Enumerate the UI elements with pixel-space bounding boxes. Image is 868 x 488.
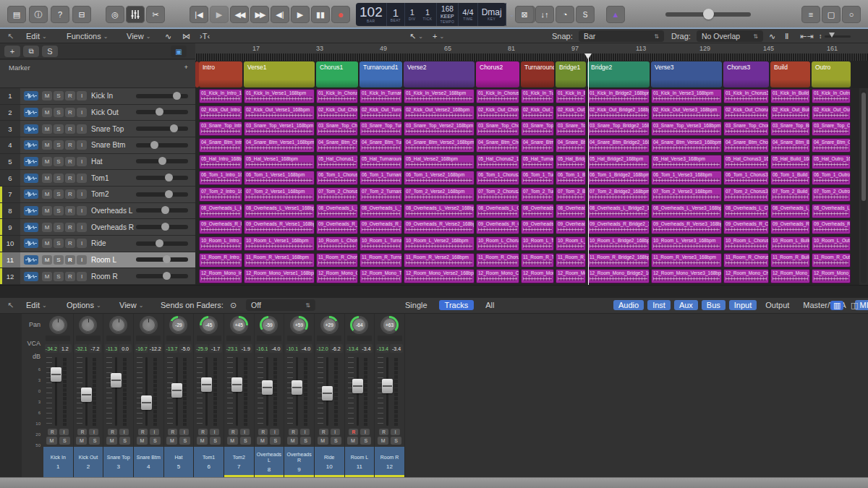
mute-button[interactable]: M [42,206,52,215]
audio-region[interactable]: 12_Room_Mono_Intro_168bpm [199,269,242,283]
volume-fader[interactable] [262,380,273,395]
audio-region[interactable]: 01_Kick_In_Outro_168bpm [812,89,851,103]
audio-region[interactable]: 04_Snare_Btm_Verse2_168bpm [404,138,475,153]
solo-button[interactable]: S [150,437,161,445]
audio-region[interactable]: 10_Room_L_Bridge1_168bpm [556,236,586,251]
no-input-monitoring-icon[interactable]: ⊠ [515,6,534,23]
audio-region[interactable]: 12_Room_Mono_Verse1_168bpm [244,269,315,283]
track-volume-slider[interactable] [136,257,188,262]
flatten-stack-button[interactable]: S [42,46,58,57]
volume-fader[interactable] [322,386,333,401]
fader-db-value[interactable]: -7.2 [88,344,101,353]
audio-region[interactable]: 07_Tom_2_Intro_168bpm [199,187,242,202]
audio-region[interactable]: 05_Hat_Intro_168bpm [199,155,242,169]
mixer-toggle-icon[interactable] [126,6,145,23]
track-volume-slider[interactable] [136,241,188,246]
mixer-filter-input[interactable]: Input [729,300,757,310]
arrangement-marker[interactable]: Verse2 [404,61,475,87]
audio-region[interactable]: 07_Tom_2_Verse1_168bpm [244,187,315,202]
record-enable-button[interactable]: R [65,239,75,248]
mixer-menu-view[interactable]: View⌄ [119,298,143,312]
fader-db-value[interactable]: -4.0 [299,344,312,353]
record-enable-button[interactable]: R [138,429,148,435]
audio-region[interactable]: 08_Overheads_L_Chorus2_168bpm [476,204,519,218]
mixer-menu-options[interactable]: Options⌄ [67,298,101,312]
mute-button[interactable]: M [42,157,52,166]
input-monitor-button[interactable]: I [240,429,250,435]
record-enable-button[interactable]: R [198,429,208,435]
audio-region[interactable]: 06_Tom_1_Chorus2_168bpm [476,171,519,185]
input-monitor-button[interactable]: I [210,429,219,435]
track-volume-slider[interactable] [136,176,188,180]
audio-region[interactable]: 06_Tom_1_Build_168bpm [770,171,810,185]
audio-region[interactable]: 06_Tom_1_Chorus1_168bpm [316,171,358,185]
audio-region[interactable]: 05_Hat_Verse3_168bpm [651,155,722,169]
input-monitor-button[interactable]: I [77,189,87,199]
audio-region[interactable]: 09_Overheads_R_Turnaround1_168bpm [359,220,402,234]
audio-region[interactable]: 01_Kick_In_Build_168bpm [770,89,810,103]
input-monitor-button[interactable]: I [59,429,69,435]
audio-region[interactable]: 10_Room_L_Verse2_168bpm [404,236,475,251]
audio-region[interactable]: 11_Room_R_Verse2_168bpm [404,253,475,267]
audio-region[interactable]: 08_Overheads_L_Chorus3_168bpm [723,204,769,218]
audio-region[interactable]: 01_Kick_In_Chorus2_168bpm [476,89,519,103]
track-volume-thumb[interactable] [161,223,169,231]
wide-strips-icon[interactable]: ◫ [851,298,858,312]
mute-button[interactable]: M [42,124,52,134]
channel-strip[interactable]: -29-13.7-5.0RIMSHat5 [164,314,195,477]
audio-region[interactable]: 02_Kick_Out_Verse3_168bpm [651,106,722,120]
channel-name-plate[interactable]: Room R12 [375,447,404,477]
menu-edit[interactable]: Edit⌄ [26,29,47,43]
playhead[interactable] [588,53,589,285]
pan-knob[interactable] [79,316,97,334]
channel-name-plate[interactable]: Overheads R9 [284,447,314,477]
audio-region[interactable]: 06_Tom_1_Verse1_168bpm [244,171,315,185]
mute-button[interactable]: M [166,437,177,445]
channel-strip[interactable]: -11.30.0RIMSSnare Top3 [103,314,134,477]
vertical-zoom-slider[interactable]: ↕ [819,29,851,43]
solo-button[interactable]: S [210,437,221,445]
audio-region[interactable]: 09_Overheads_R_Bridge1_168bpm [556,220,586,234]
audio-region[interactable]: 01_Kick_In_Turnaround_168bpm [521,89,554,103]
audio-region[interactable]: 03_Snare_Top_Bridge1_168bpm [556,121,586,136]
audio-region[interactable]: 03_Snare_Top_Turnaround_168bpm [521,121,554,136]
lcd-display[interactable]: 102 BAR 1 BEAT 1 DIV 1 TICK 168 KEEP TEM… [356,3,506,26]
track-volume-thumb[interactable] [165,190,173,198]
audio-region[interactable]: 10_Room_L_Chorus1_168bpm [316,236,358,251]
audio-region[interactable]: 07_Tom_2_Verse2_168bpm [404,187,475,202]
mute-button[interactable]: M [76,437,87,445]
track-volume-thumb[interactable] [158,157,166,165]
audio-region[interactable]: 05_Hat_Verse2_168bpm [404,155,475,169]
track-header-row[interactable]: 9MSRIOverheads R [0,219,195,236]
solo-button[interactable]: S [54,108,64,117]
audio-region[interactable]: 02_Kick_Out_Verse1_168bpm [244,106,315,120]
audio-region[interactable]: 05_Hat_Outro_168bpm [812,155,851,169]
audio-region[interactable]: 05_Hat_Turnaround_168bpm [521,155,554,169]
record-enable-button[interactable]: R [379,429,388,435]
audio-region[interactable]: 01_Kick_In_Verse1_168bpm [244,89,315,103]
project-chooser-icon[interactable]: ▤ [7,6,26,23]
solo-button[interactable]: S [54,124,64,134]
channel-strip[interactable]: +63-13.4-3.4RIMSRoom R12 [375,314,405,477]
arrangement-marker[interactable]: Chorus2 [476,61,519,87]
audio-region[interactable]: 05_Hat_Bridge2_168bpm [587,155,650,169]
track-header-row[interactable]: 4MSRISnare Btm [0,137,195,154]
audio-region[interactable]: 07_Tom_2_Outro_168bpm [812,187,851,202]
mixer-filter-output[interactable]: Output [760,300,794,310]
audio-region[interactable]: 03_Snare_Top_Intro_168bpm [199,121,242,136]
audio-region[interactable]: 10_Room_L_Outro_168bpm [812,236,851,251]
input-monitor-button[interactable]: I [300,429,310,435]
fader-db-value[interactable]: 0.0 [119,344,132,353]
audio-region[interactable]: 12_Room_Mono_Build_168bpm [770,269,810,283]
record-enable-button[interactable]: R [65,255,75,265]
fader-db-value[interactable]: -12.2 [149,344,162,353]
audio-region[interactable]: 01_Kick_In_Chorus3_168bpm [723,89,769,103]
play-button[interactable]: ▶ [291,6,310,23]
channel-name-plate[interactable]: Snare Btm4 [134,447,163,477]
track-volume-thumb[interactable] [163,255,171,263]
fader-db-value[interactable]: -6.2 [330,344,343,353]
audio-region[interactable]: 12_Room_Mono_Turnaround_168bpm [521,269,554,283]
vca-slot[interactable] [136,335,161,341]
channel-strip[interactable]: +45-23.1-1.9RIMSTom27 [224,314,255,477]
audio-region[interactable]: 04_Snare_Btm_Chorus2_168bpm [476,138,519,153]
